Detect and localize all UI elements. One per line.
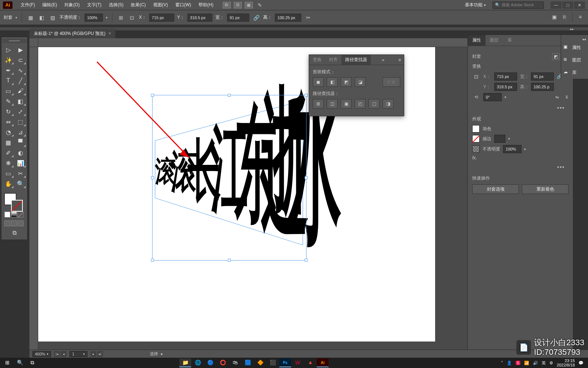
- panel-menu-icon[interactable]: ≡: [395, 57, 404, 63]
- align-icon[interactable]: ⊞: [117, 14, 125, 22]
- flip-v-icon[interactable]: ⥮: [565, 95, 569, 100]
- task-app4-icon[interactable]: 🔺: [304, 358, 316, 367]
- tray-ime-icon[interactable]: 英: [542, 360, 546, 366]
- envelope-options-button[interactable]: 封套选项: [472, 184, 519, 194]
- shape-builder-tool[interactable]: ◔: [2, 127, 14, 137]
- strip-libraries[interactable]: ☁库: [561, 66, 588, 79]
- task-wps-icon[interactable]: W: [292, 358, 304, 367]
- tray-sound-icon[interactable]: 🔊: [533, 361, 538, 365]
- menu-file[interactable]: 文件(F): [17, 0, 39, 10]
- zoom-field[interactable]: 400%▾: [32, 351, 51, 357]
- window-close[interactable]: ✕: [574, 1, 585, 9]
- line-tool[interactable]: ╱: [14, 75, 26, 86]
- menu-window[interactable]: 窗口(W): [172, 0, 195, 10]
- draw-normal-icon[interactable]: [4, 220, 10, 226]
- h-field[interactable]: 100.25 px: [275, 14, 301, 22]
- gradient-tool[interactable]: ▀: [14, 137, 26, 148]
- selection-tool[interactable]: ▷: [2, 45, 14, 55]
- window-maximize[interactable]: □: [562, 1, 573, 9]
- tray-wifi-icon[interactable]: 📶: [524, 361, 529, 365]
- search-stock-input[interactable]: 🔍 搜索 Adobe Stock: [492, 1, 544, 9]
- arrange-icon[interactable]: ▦: [245, 2, 253, 8]
- tray-s-icon[interactable]: S: [516, 361, 520, 365]
- tab-libraries[interactable]: 库: [503, 35, 516, 46]
- fx-label[interactable]: fx.: [472, 155, 477, 160]
- pen-tool[interactable]: ✒: [2, 65, 14, 75]
- envelope-mesh-icon[interactable]: ▦: [26, 14, 35, 22]
- appearance-more-icon[interactable]: •••: [472, 163, 569, 171]
- intersect-icon[interactable]: ◩: [341, 77, 352, 87]
- pathfinder-panel[interactable]: 变换 对齐 路径查找器 » ≡ 形状模式： ◼ ◧ ◩ ◪ 扩展 路径查找器： …: [309, 54, 404, 116]
- w-field[interactable]: 91 px: [227, 14, 249, 22]
- opacity-swatch[interactable]: [472, 145, 480, 153]
- selection-bounds[interactable]: [152, 95, 306, 261]
- eraser-tool[interactable]: ◧: [14, 96, 26, 106]
- task-store-icon[interactable]: 🛍: [229, 358, 241, 367]
- task-app1-icon[interactable]: 🟦: [242, 358, 254, 367]
- menu-help[interactable]: 帮助(H): [195, 0, 217, 10]
- ref-point-icon[interactable]: ⊡: [472, 72, 480, 81]
- tray-settings-icon[interactable]: ⚙: [549, 361, 553, 365]
- task-explorer-icon[interactable]: 📁: [179, 358, 191, 367]
- gradient-mode-icon[interactable]: [11, 212, 17, 217]
- draw-behind-icon[interactable]: [11, 220, 17, 226]
- prefs-icon[interactable]: ⎘: [560, 13, 569, 21]
- link-wh-icon[interactable]: 🔗: [252, 14, 260, 22]
- envelope-a-icon[interactable]: ◩: [552, 53, 560, 60]
- free-transform-tool[interactable]: ⬚: [14, 117, 26, 127]
- document-tab[interactable]: 未标题-1* @ 400% (RGB/GPU 预览) ×: [29, 29, 115, 38]
- slice-tool[interactable]: ✂: [14, 168, 26, 178]
- eyedropper-tool[interactable]: ✐: [2, 148, 14, 158]
- task-search-icon[interactable]: 🔍: [14, 358, 26, 367]
- stroke-swatch[interactable]: [11, 200, 23, 212]
- window-minimize[interactable]: —: [551, 1, 562, 9]
- menu-view[interactable]: 视图(V): [150, 0, 172, 10]
- recolor-button[interactable]: 重新着色: [522, 184, 569, 194]
- magic-wand-tool[interactable]: ✨: [2, 55, 14, 65]
- x-field[interactable]: 715 px: [149, 14, 174, 22]
- prop-y-field[interactable]: 318.5 px: [494, 83, 517, 91]
- stroke-weight-field[interactable]: [494, 135, 505, 143]
- screen-mode-tool[interactable]: ⧉: [2, 228, 26, 238]
- color-swatches[interactable]: [2, 192, 26, 210]
- none-mode-icon[interactable]: [18, 212, 24, 217]
- width-tool[interactable]: ⇔: [2, 117, 14, 127]
- tools-grip[interactable]: [2, 39, 26, 43]
- perspective-tool[interactable]: ⊿: [14, 127, 26, 137]
- unite-icon[interactable]: ◼: [313, 77, 324, 87]
- prop-x-field[interactable]: 715 px: [494, 72, 517, 81]
- rectangle-tool[interactable]: ▭: [2, 86, 14, 96]
- panel-expand-icon[interactable]: »: [379, 57, 387, 63]
- opacity-field[interactable]: 100%: [85, 14, 103, 22]
- artboard-tool[interactable]: ▭: [2, 168, 14, 178]
- outline-icon[interactable]: ▢: [369, 99, 380, 109]
- task-edge-icon[interactable]: 🌐: [192, 358, 204, 367]
- status-menu-icon[interactable]: ▸: [161, 351, 163, 356]
- artboard-field[interactable]: 1▾: [69, 351, 87, 357]
- tab-transform[interactable]: 变换: [309, 55, 325, 65]
- divide-icon[interactable]: ⊞: [313, 99, 324, 109]
- menu-object[interactable]: 对象(O): [61, 0, 83, 10]
- envelope-edit-icon[interactable]: ▨: [49, 14, 57, 22]
- lasso-tool[interactable]: ⊂: [14, 55, 26, 65]
- crop-icon[interactable]: ◰: [355, 99, 366, 109]
- trim-icon[interactable]: ◫: [327, 99, 338, 109]
- minus-back-icon[interactable]: ◨: [383, 99, 394, 109]
- rotate-tool[interactable]: ↻: [2, 106, 14, 117]
- hand-tool[interactable]: ✋: [2, 178, 14, 189]
- tab-pathfinder[interactable]: 路径查找器: [341, 55, 371, 65]
- artboard-nav[interactable]: |◂◂: [54, 351, 67, 357]
- mesh-tool[interactable]: ▦: [2, 137, 14, 148]
- menu-effect[interactable]: 效果(C): [127, 0, 150, 10]
- prop-w-field[interactable]: 91 px: [531, 72, 554, 81]
- stroke-color-swatch[interactable]: [472, 135, 480, 142]
- strip-properties[interactable]: ▣属性: [561, 41, 588, 54]
- tab-align[interactable]: 对齐: [325, 55, 341, 65]
- prop-opacity-field[interactable]: 100%: [503, 145, 521, 153]
- y-field[interactable]: 318.5 px: [187, 14, 212, 22]
- panel-menu-icon[interactable]: ≡: [576, 13, 584, 21]
- task-app3-icon[interactable]: ⬛: [267, 358, 279, 367]
- strip-layers[interactable]: ≣图层: [561, 54, 588, 66]
- doc-setup-icon[interactable]: ▣: [550, 13, 558, 21]
- zoom-tool[interactable]: 🔍: [14, 178, 26, 189]
